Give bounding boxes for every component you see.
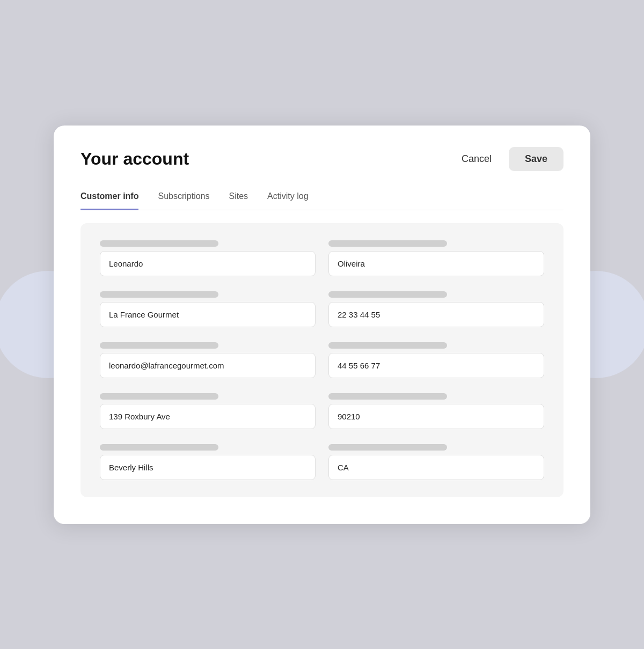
label-skeleton-zip [328, 393, 447, 400]
tab-customer-info[interactable]: Customer info [80, 184, 138, 210]
label-skeleton-phone2 [328, 342, 447, 349]
label-skeleton-email [100, 342, 218, 349]
tab-sites[interactable]: Sites [229, 184, 248, 210]
tab-subscriptions[interactable]: Subscriptions [158, 184, 209, 210]
page-wrapper: Your account Cancel Save Customer info S… [27, 16, 617, 633]
form-group-zip [328, 393, 544, 429]
label-skeleton-last-name [328, 240, 447, 247]
state-input[interactable] [328, 455, 544, 480]
label-skeleton-city [100, 444, 218, 451]
form-row-4 [100, 393, 544, 429]
company-input[interactable] [100, 302, 316, 327]
header-actions: Cancel Save [453, 147, 564, 171]
phone1-input[interactable] [328, 302, 544, 327]
form-group-city [100, 444, 316, 480]
label-skeleton-address [100, 393, 218, 400]
main-card: Your account Cancel Save Customer info S… [54, 126, 590, 524]
form-row-1 [100, 240, 544, 276]
form-group-first-name [100, 240, 316, 276]
form-group-last-name [328, 240, 544, 276]
content-area [80, 223, 564, 497]
city-input[interactable] [100, 455, 316, 480]
tab-bar: Customer info Subscriptions Sites Activi… [80, 184, 564, 210]
email-input[interactable] [100, 353, 316, 378]
label-skeleton-first-name [100, 240, 218, 247]
form-group-phone1 [328, 291, 544, 327]
zip-input[interactable] [328, 404, 544, 429]
form-group-company [100, 291, 316, 327]
cancel-button[interactable]: Cancel [453, 148, 500, 170]
form-group-phone2 [328, 342, 544, 378]
last-name-input[interactable] [328, 251, 544, 276]
form-row-5 [100, 444, 544, 480]
form-row-3 [100, 342, 544, 378]
form-group-email [100, 342, 316, 378]
phone2-input[interactable] [328, 353, 544, 378]
first-name-input[interactable] [100, 251, 316, 276]
card-header: Your account Cancel Save [80, 147, 564, 171]
address-input[interactable] [100, 404, 316, 429]
save-button[interactable]: Save [509, 147, 564, 171]
form-row-2 [100, 291, 544, 327]
form-group-state [328, 444, 544, 480]
label-skeleton-phone1 [328, 291, 447, 298]
page-title: Your account [80, 149, 189, 169]
tab-activity-log[interactable]: Activity log [267, 184, 308, 210]
label-skeleton-company [100, 291, 218, 298]
label-skeleton-state [328, 444, 447, 451]
form-group-address [100, 393, 316, 429]
